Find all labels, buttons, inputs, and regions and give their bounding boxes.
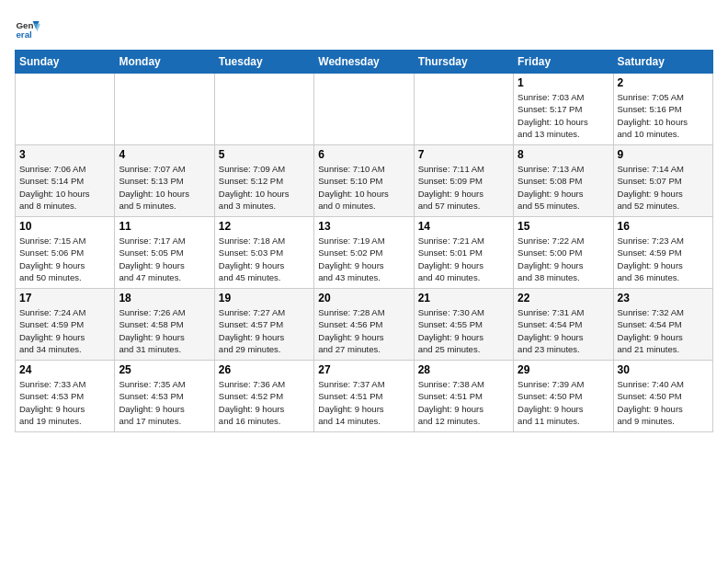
calendar-cell: 5Sunrise: 7:09 AM Sunset: 5:12 PM Daylig… [214, 145, 313, 217]
calendar-cell: 6Sunrise: 7:10 AM Sunset: 5:10 PM Daylig… [314, 145, 414, 217]
day-number: 13 [318, 220, 409, 233]
day-info: Sunrise: 7:18 AM Sunset: 5:03 PM Dayligh… [219, 235, 310, 283]
calendar-cell: 20Sunrise: 7:28 AM Sunset: 4:56 PM Dayli… [314, 289, 414, 361]
day-info: Sunrise: 7:40 AM Sunset: 4:50 PM Dayligh… [618, 378, 709, 427]
calendar-week-1: 1Sunrise: 7:03 AM Sunset: 5:17 PM Daylig… [16, 74, 713, 145]
day-number: 10 [19, 220, 110, 233]
calendar-cell: 26Sunrise: 7:36 AM Sunset: 4:52 PM Dayli… [214, 361, 313, 432]
calendar-cell: 12Sunrise: 7:18 AM Sunset: 5:03 PM Dayli… [214, 217, 313, 289]
day-number: 18 [119, 292, 210, 304]
day-info: Sunrise: 7:37 AM Sunset: 4:51 PM Dayligh… [318, 378, 409, 427]
calendar-cell: 27Sunrise: 7:37 AM Sunset: 4:51 PM Dayli… [314, 361, 414, 432]
day-number: 29 [518, 363, 609, 376]
day-info: Sunrise: 7:09 AM Sunset: 5:12 PM Dayligh… [219, 163, 310, 212]
calendar-cell: 30Sunrise: 7:40 AM Sunset: 4:50 PM Dayli… [613, 361, 712, 432]
calendar-cell [115, 74, 214, 145]
calendar-cell: 1Sunrise: 7:03 AM Sunset: 5:17 PM Daylig… [514, 74, 613, 145]
day-number: 21 [418, 292, 509, 304]
day-info: Sunrise: 7:27 AM Sunset: 4:57 PM Dayligh… [219, 306, 310, 355]
calendar-week-5: 24Sunrise: 7:33 AM Sunset: 4:53 PM Dayli… [16, 361, 713, 432]
day-info: Sunrise: 7:39 AM Sunset: 4:50 PM Dayligh… [518, 378, 609, 427]
calendar-cell: 21Sunrise: 7:30 AM Sunset: 4:55 PM Dayli… [414, 289, 513, 361]
calendar-cell: 11Sunrise: 7:17 AM Sunset: 5:05 PM Dayli… [115, 217, 214, 289]
day-number: 27 [318, 363, 409, 376]
calendar-cell: 25Sunrise: 7:35 AM Sunset: 4:53 PM Dayli… [115, 361, 214, 432]
day-info: Sunrise: 7:06 AM Sunset: 5:14 PM Dayligh… [19, 163, 110, 212]
calendar-cell: 4Sunrise: 7:07 AM Sunset: 5:13 PM Daylig… [115, 145, 214, 217]
calendar-cell: 24Sunrise: 7:33 AM Sunset: 4:53 PM Dayli… [16, 361, 115, 432]
calendar-cell: 29Sunrise: 7:39 AM Sunset: 4:50 PM Dayli… [514, 361, 613, 432]
day-info: Sunrise: 7:21 AM Sunset: 5:01 PM Dayligh… [418, 235, 509, 283]
calendar-cell: 2Sunrise: 7:05 AM Sunset: 5:16 PM Daylig… [613, 74, 712, 145]
calendar-cell: 7Sunrise: 7:11 AM Sunset: 5:09 PM Daylig… [414, 145, 513, 217]
day-number: 6 [318, 148, 409, 161]
day-info: Sunrise: 7:17 AM Sunset: 5:05 PM Dayligh… [119, 235, 210, 283]
day-number: 7 [418, 148, 509, 161]
day-number: 30 [618, 363, 709, 376]
day-info: Sunrise: 7:36 AM Sunset: 4:52 PM Dayligh… [219, 378, 310, 427]
day-info: Sunrise: 7:31 AM Sunset: 4:54 PM Dayligh… [518, 306, 609, 355]
calendar-cell: 16Sunrise: 7:23 AM Sunset: 4:59 PM Dayli… [613, 217, 712, 289]
day-number: 28 [418, 363, 509, 376]
day-info: Sunrise: 7:07 AM Sunset: 5:13 PM Dayligh… [119, 163, 210, 212]
header-monday: Monday [115, 51, 214, 74]
calendar-cell: 13Sunrise: 7:19 AM Sunset: 5:02 PM Dayli… [314, 217, 414, 289]
day-number: 25 [119, 363, 210, 376]
calendar-cell: 15Sunrise: 7:22 AM Sunset: 5:00 PM Dayli… [514, 217, 613, 289]
calendar-cell: 9Sunrise: 7:14 AM Sunset: 5:07 PM Daylig… [613, 145, 712, 217]
calendar-cell: 3Sunrise: 7:06 AM Sunset: 5:14 PM Daylig… [16, 145, 115, 217]
calendar-cell: 10Sunrise: 7:15 AM Sunset: 5:06 PM Dayli… [16, 217, 115, 289]
logo-icon: Gen eral [15, 15, 40, 40]
day-info: Sunrise: 7:32 AM Sunset: 4:54 PM Dayligh… [618, 306, 709, 355]
calendar-cell: 8Sunrise: 7:13 AM Sunset: 5:08 PM Daylig… [514, 145, 613, 217]
svg-marker-3 [34, 24, 40, 31]
day-info: Sunrise: 7:11 AM Sunset: 5:09 PM Dayligh… [418, 163, 509, 212]
header-thursday: Thursday [414, 51, 513, 74]
day-number: 20 [318, 292, 409, 304]
header-sunday: Sunday [16, 51, 115, 74]
day-number: 23 [618, 292, 709, 304]
calendar-header-row: SundayMondayTuesdayWednesdayThursdayFrid… [16, 51, 713, 74]
day-number: 9 [618, 148, 709, 161]
day-number: 17 [19, 292, 110, 304]
day-number: 24 [19, 363, 110, 376]
header-saturday: Saturday [613, 51, 712, 74]
svg-text:eral: eral [16, 29, 32, 40]
calendar-cell [314, 74, 414, 145]
calendar-week-2: 3Sunrise: 7:06 AM Sunset: 5:14 PM Daylig… [16, 145, 713, 217]
day-number: 16 [618, 220, 709, 233]
calendar-cell: 23Sunrise: 7:32 AM Sunset: 4:54 PM Dayli… [613, 289, 712, 361]
day-info: Sunrise: 7:33 AM Sunset: 4:53 PM Dayligh… [19, 378, 110, 427]
day-info: Sunrise: 7:13 AM Sunset: 5:08 PM Dayligh… [518, 163, 609, 212]
calendar-week-3: 10Sunrise: 7:15 AM Sunset: 5:06 PM Dayli… [16, 217, 713, 289]
day-info: Sunrise: 7:14 AM Sunset: 5:07 PM Dayligh… [618, 163, 709, 212]
calendar-cell: 14Sunrise: 7:21 AM Sunset: 5:01 PM Dayli… [414, 217, 513, 289]
calendar-cell [414, 74, 513, 145]
day-info: Sunrise: 7:03 AM Sunset: 5:17 PM Dayligh… [518, 91, 609, 140]
day-number: 14 [418, 220, 509, 233]
calendar-cell: 17Sunrise: 7:24 AM Sunset: 4:59 PM Dayli… [16, 289, 115, 361]
calendar-table: SundayMondayTuesdayWednesdayThursdayFrid… [15, 50, 713, 432]
day-info: Sunrise: 7:05 AM Sunset: 5:16 PM Dayligh… [618, 91, 709, 140]
calendar-cell: 28Sunrise: 7:38 AM Sunset: 4:51 PM Dayli… [414, 361, 513, 432]
day-number: 8 [518, 148, 609, 161]
header-friday: Friday [514, 51, 613, 74]
day-number: 1 [518, 76, 609, 89]
day-number: 19 [219, 292, 310, 304]
day-info: Sunrise: 7:23 AM Sunset: 4:59 PM Dayligh… [618, 235, 709, 283]
day-info: Sunrise: 7:19 AM Sunset: 5:02 PM Dayligh… [318, 235, 409, 283]
calendar-cell [214, 74, 313, 145]
calendar-week-4: 17Sunrise: 7:24 AM Sunset: 4:59 PM Dayli… [16, 289, 713, 361]
day-info: Sunrise: 7:22 AM Sunset: 5:00 PM Dayligh… [518, 235, 609, 283]
day-number: 5 [219, 148, 310, 161]
calendar-cell [16, 74, 115, 145]
header-tuesday: Tuesday [214, 51, 313, 74]
day-info: Sunrise: 7:35 AM Sunset: 4:53 PM Dayligh… [119, 378, 210, 427]
day-number: 15 [518, 220, 609, 233]
day-number: 12 [219, 220, 310, 233]
day-info: Sunrise: 7:28 AM Sunset: 4:56 PM Dayligh… [318, 306, 409, 355]
day-number: 3 [19, 148, 110, 161]
header-wednesday: Wednesday [314, 51, 414, 74]
day-number: 11 [119, 220, 210, 233]
day-number: 22 [518, 292, 609, 304]
